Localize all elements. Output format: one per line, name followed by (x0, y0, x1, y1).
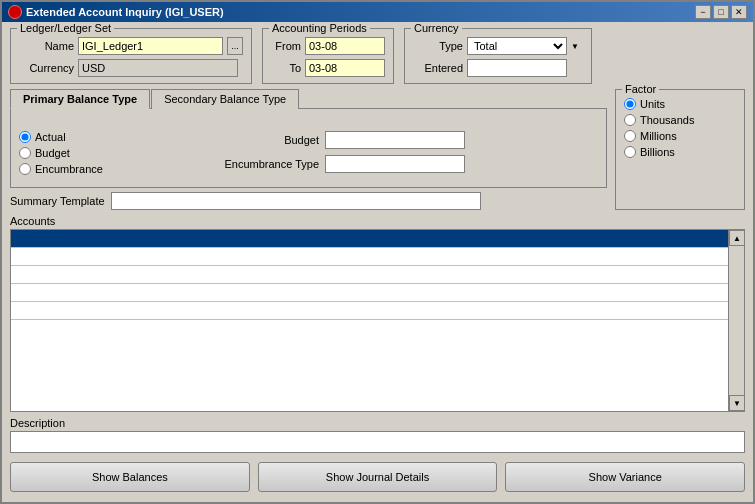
radio-budget[interactable] (19, 147, 31, 159)
radio-units-label: Units (640, 98, 665, 110)
factor-units-row: Units (624, 98, 736, 110)
description-label: Description (10, 417, 745, 429)
accounts-grid[interactable]: ▲ ▼ (10, 229, 745, 412)
accounts-section: Accounts ▲ ▼ (10, 215, 745, 412)
bottom-buttons: Show Balances Show Journal Details Show … (10, 458, 745, 496)
ledger-name-row: Name ... (19, 37, 243, 55)
ledger-currency-input (78, 59, 238, 77)
factor-radio-group: Units Thousands Millions Billions (624, 98, 736, 158)
radio-actual-row: Actual (19, 131, 103, 143)
radio-thousands-label: Thousands (640, 114, 694, 126)
account-row-1[interactable] (11, 248, 744, 266)
radio-billions-label: Billions (640, 146, 675, 158)
tab-primary-label: Primary Balance Type (23, 93, 137, 105)
tabs-area: Primary Balance Type Secondary Balance T… (10, 89, 607, 210)
accounts-scrollbar[interactable]: ▲ ▼ (728, 230, 744, 411)
ledger-group-title: Ledger/Ledger Set (17, 22, 114, 34)
close-button[interactable]: ✕ (731, 5, 747, 19)
tab-bar: Primary Balance Type Secondary Balance T… (10, 89, 607, 109)
account-row-4[interactable] (11, 302, 744, 320)
radio-units[interactable] (624, 98, 636, 110)
to-input[interactable] (305, 59, 385, 77)
radio-encumbrance-row: Encumbrance (19, 163, 103, 175)
currency-type-row: Type Total Entered Statistical ▼ (413, 37, 583, 55)
from-label: From (271, 40, 301, 52)
budget-field-label: Budget (219, 134, 319, 146)
maximize-button[interactable]: □ (713, 5, 729, 19)
currency-group-title: Currency (411, 22, 462, 34)
show-balances-button[interactable]: Show Balances (10, 462, 250, 492)
minimize-button[interactable]: − (695, 5, 711, 19)
to-label: To (271, 62, 301, 74)
period-from-row: From (271, 37, 385, 55)
window-title: Extended Account Inquiry (IGI_USER) (26, 6, 224, 18)
currency-entered-input[interactable] (467, 59, 567, 77)
tab-primary[interactable]: Primary Balance Type (10, 89, 150, 109)
budget-field-row: Budget (219, 131, 598, 149)
tab-secondary-label: Secondary Balance Type (164, 93, 286, 105)
accounts-label: Accounts (10, 215, 745, 227)
radio-millions-label: Millions (640, 130, 677, 142)
summary-template-input[interactable] (111, 192, 481, 210)
scroll-down-button[interactable]: ▼ (729, 395, 745, 411)
radio-actual-label: Actual (35, 131, 66, 143)
radio-thousands[interactable] (624, 114, 636, 126)
main-content: Ledger/Ledger Set Name ... Currency Acco… (2, 22, 753, 502)
tab-content: Actual Budget Encumbrance (10, 108, 607, 188)
currency-entered-row: Entered (413, 59, 583, 77)
summary-row: Summary Template (10, 192, 607, 210)
encumbrance-type-input[interactable] (325, 155, 465, 173)
currency-type-select[interactable]: Total Entered Statistical (467, 37, 567, 55)
radio-billions[interactable] (624, 146, 636, 158)
app-icon (8, 5, 22, 19)
currency-entered-label: Entered (413, 62, 463, 74)
factor-thousands-row: Thousands (624, 114, 736, 126)
middle-section: Primary Balance Type Secondary Balance T… (10, 89, 745, 210)
scroll-up-button[interactable]: ▲ (729, 230, 745, 246)
budget-fields: Budget Encumbrance Type (219, 131, 598, 173)
ledger-name-input[interactable] (78, 37, 223, 55)
scroll-track (729, 246, 744, 395)
title-bar: Extended Account Inquiry (IGI_USER) − □ … (2, 2, 753, 22)
show-variance-button[interactable]: Show Variance (505, 462, 745, 492)
radio-millions[interactable] (624, 130, 636, 142)
ledger-currency-row: Currency (19, 59, 243, 77)
radio-budget-row: Budget (19, 147, 103, 159)
account-row-selected[interactable] (11, 230, 744, 248)
radio-encumbrance-label: Encumbrance (35, 163, 103, 175)
ledger-group: Ledger/Ledger Set Name ... Currency (10, 28, 252, 84)
radio-actual[interactable] (19, 131, 31, 143)
period-to-row: To (271, 59, 385, 77)
tab-secondary[interactable]: Secondary Balance Type (151, 89, 299, 109)
ledger-browse-button[interactable]: ... (227, 37, 243, 55)
encumbrance-type-row: Encumbrance Type (219, 155, 598, 173)
summary-label: Summary Template (10, 195, 105, 207)
budget-input[interactable] (325, 131, 465, 149)
main-window: Extended Account Inquiry (IGI_USER) − □ … (0, 0, 755, 504)
radio-encumbrance[interactable] (19, 163, 31, 175)
account-row-3[interactable] (11, 284, 744, 302)
top-row: Ledger/Ledger Set Name ... Currency Acco… (10, 28, 745, 84)
show-journal-details-button[interactable]: Show Journal Details (258, 462, 498, 492)
description-input[interactable] (10, 431, 745, 453)
currency-group: Currency Type Total Entered Statistical … (404, 28, 592, 84)
description-section: Description (10, 417, 745, 453)
ledger-currency-label: Currency (19, 62, 74, 74)
factor-billions-row: Billions (624, 146, 736, 158)
factor-group: Factor Units Thousands Millions (615, 89, 745, 210)
account-row-2[interactable] (11, 266, 744, 284)
ledger-name-label: Name (19, 40, 74, 52)
balance-type-radio-group: Actual Budget Encumbrance (19, 131, 103, 175)
accounting-periods-group: Accounting Periods From To (262, 28, 394, 84)
encumbrance-type-label: Encumbrance Type (219, 158, 319, 170)
radio-budget-label: Budget (35, 147, 70, 159)
currency-type-label: Type (413, 40, 463, 52)
from-input[interactable] (305, 37, 385, 55)
factor-millions-row: Millions (624, 130, 736, 142)
factor-group-title: Factor (622, 83, 659, 95)
accounting-periods-title: Accounting Periods (269, 22, 370, 34)
